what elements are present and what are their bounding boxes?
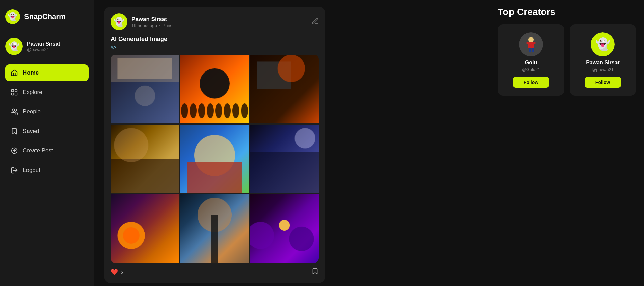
creator-name-pawan: Pawan Sirsat [586,60,620,66]
svg-point-8 [12,109,15,111]
nav-label-create: Create Post [23,147,53,154]
nav-item-create[interactable]: Create Post [5,142,89,159]
right-panel: Top Creators Golu @Golu21 Follow [490,0,644,286]
svg-rect-20 [529,48,531,52]
people-icon [11,108,18,115]
nav-item-logout[interactable]: Logout [5,162,89,179]
nav-item-explore[interactable]: Explore [5,84,89,101]
post-author-details: Pawan Sirsat 19 hours ago • Pune [131,16,173,28]
post-author-avatar: 👻 [111,13,127,30]
grid-cell-8 [180,194,249,263]
creator-name-golu: Golu [525,60,537,66]
sidebar-profile-info: Pawan Sirsat @pawan21 [27,41,60,52]
snapcharm-logo-icon: 👻 [5,9,20,24]
post-title: AI Generated Image [111,36,319,43]
grid-cell-9 [250,194,319,263]
follow-button-pawan[interactable]: Follow [585,77,621,88]
post-footer: ❤️ 2 [111,263,319,276]
svg-text:👻: 👻 [595,37,610,51]
creator-avatar-golu [519,32,543,56]
create-icon [11,147,18,154]
svg-point-16 [528,37,534,42]
post-card: 👻 Pawan Sirsat 19 hours ago • Pune [104,7,325,283]
top-creators-title: Top Creators [498,7,636,17]
sidebar-logo: 👻 SnapCharm [5,7,89,31]
svg-rect-4 [12,90,14,92]
post-header: 👻 Pawan Sirsat 19 hours ago • Pune [111,13,319,30]
explore-icon [11,89,18,96]
like-count: 2 [121,269,123,275]
creator-avatar-pawan: 👻 [591,32,615,56]
post-location: Pune [162,23,172,28]
sidebar: 👻 SnapCharm 👻 Pawan Sirsat @pawan21 Home [0,0,94,286]
app-name: SnapCharm [24,12,65,21]
grid-cell-3 [250,55,319,123]
svg-rect-5 [15,90,17,92]
post-image-grid [111,55,319,263]
svg-text:👻: 👻 [9,41,20,52]
save-post-button[interactable] [311,268,319,276]
nav-label-logout: Logout [23,167,40,174]
sidebar-profile: 👻 Pawan Sirsat @pawan21 [5,34,89,62]
post-author-name: Pawan Sirsat [131,16,173,23]
nav-label-home: Home [23,69,39,76]
creator-card-golu: Golu @Golu21 Follow [498,24,564,96]
svg-rect-17 [528,42,534,48]
grid-cell-5 [180,125,249,193]
nav-label-saved: Saved [23,128,39,135]
svg-rect-7 [15,93,17,95]
post-tag: #AI [111,45,319,50]
post-timestamp: 19 hours ago [131,23,157,28]
grid-cell-7 [111,194,179,263]
nav-label-explore: Explore [23,89,42,96]
saved-icon [11,128,18,135]
nav-item-saved[interactable]: Saved [5,123,89,140]
svg-text:👻: 👻 [114,16,125,27]
main-feed: 👻 Pawan Sirsat 19 hours ago • Pune [94,0,490,286]
svg-rect-21 [532,48,534,52]
grid-cell-6 [250,125,319,193]
svg-rect-18 [526,42,529,44]
grid-cell-1 [111,55,179,123]
home-icon [11,69,18,77]
svg-rect-6 [12,93,14,95]
grid-cell-2 [180,55,249,123]
svg-rect-19 [533,42,536,44]
creator-handle-pawan: @pawan21 [592,67,614,72]
post-author-meta: 19 hours ago • Pune [131,23,173,28]
logout-icon [11,166,18,174]
svg-text:👻: 👻 [8,12,18,21]
post-likes[interactable]: ❤️ 2 [111,268,123,276]
post-author: 👻 Pawan Sirsat 19 hours ago • Pune [111,13,173,30]
nav-item-home[interactable]: Home [5,64,89,81]
sidebar-profile-avatar: 👻 [5,38,23,55]
sidebar-profile-name: Pawan Sirsat [27,41,60,47]
creators-row: Golu @Golu21 Follow 👻 Pawan Sirsat @pawa… [498,24,636,96]
creator-card-pawan: 👻 Pawan Sirsat @pawan21 Follow [570,24,636,96]
grid-cell-4 [111,125,179,193]
sidebar-profile-handle: @pawan21 [27,47,60,52]
nav-item-people[interactable]: People [5,103,89,120]
dot-separator: • [159,23,161,28]
follow-button-golu[interactable]: Follow [513,77,549,88]
heart-icon: ❤️ [111,268,118,276]
creator-handle-golu: @Golu21 [522,67,540,72]
nav-label-people: People [23,108,41,115]
post-edit-button[interactable] [311,17,319,26]
